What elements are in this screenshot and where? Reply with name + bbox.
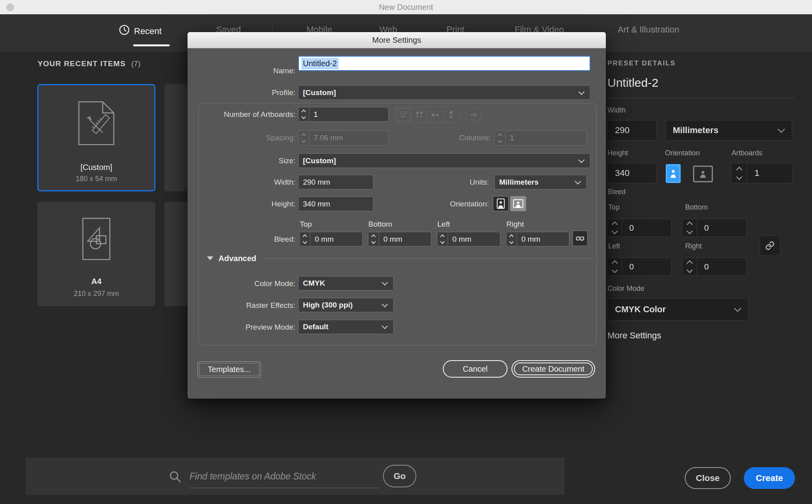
create-document-button[interactable]: Create Document	[511, 360, 595, 378]
stepper-arrows[interactable]	[437, 232, 448, 246]
preset-bleed-right-label: Right	[685, 242, 702, 250]
bleed-top-stepper[interactable]: 0 mm	[299, 232, 363, 246]
go-button[interactable]: Go	[383, 465, 416, 487]
advanced-section-label[interactable]: Advanced	[218, 254, 257, 263]
chevron-down-icon	[578, 89, 585, 95]
preset-bleed-link-button[interactable]	[760, 235, 780, 256]
chevron-down-icon	[734, 305, 741, 312]
width-input[interactable]: 290 mm	[298, 175, 373, 189]
raster-effects-dropdown[interactable]: High (300 ppi)	[298, 298, 394, 312]
portrait-photo-icon	[497, 199, 505, 209]
bleed-link-values-button[interactable]	[573, 231, 588, 246]
preset-bleed-top-stepper[interactable]: 0	[607, 219, 672, 237]
number-of-artboards-stepper[interactable]: 1	[298, 107, 389, 122]
app-window: New Document Recent Saved Mobile Web Pri…	[0, 0, 812, 504]
bleed-bottom-stepper[interactable]: 0 mm	[368, 232, 431, 246]
preset-units-dropdown[interactable]: Millimeters	[665, 120, 792, 141]
preview-mode-dropdown[interactable]: Default	[298, 320, 394, 334]
stepper-arrows[interactable]	[682, 219, 697, 237]
arrange-grid-by-row-icon[interactable]	[396, 107, 412, 122]
recent-card-partial-bottom[interactable]	[164, 202, 188, 306]
chain-link-icon	[765, 241, 775, 250]
preset-artboards-label: Artboards	[732, 149, 762, 157]
chevron-down-icon	[778, 126, 785, 133]
bleed-left-value: 0 mm	[448, 235, 471, 244]
stepper-arrows[interactable]	[682, 258, 697, 275]
create-button[interactable]: Create	[744, 467, 795, 489]
preset-bleed-bottom-stepper[interactable]: 0	[682, 219, 747, 237]
preset-width-label: Width	[607, 106, 626, 115]
preset-orientation-landscape-button[interactable]	[693, 166, 713, 182]
preset-bleed-right-value: 0	[697, 262, 709, 271]
preview-mode-value: Default	[299, 323, 328, 331]
stepper-arrows[interactable]	[607, 258, 622, 275]
orientation-landscape-button[interactable]	[510, 196, 526, 211]
stock-search-input[interactable]: Find templates on Adobe Stock	[190, 471, 316, 482]
bleed-label: Bleed:	[188, 232, 295, 246]
cancel-button[interactable]: Cancel	[443, 360, 508, 378]
more-settings-link[interactable]: More Settings	[607, 330, 661, 341]
preset-height-value: 340	[608, 168, 630, 178]
recent-card-custom[interactable]: [Custom] 180 x 54 mm	[37, 84, 155, 191]
arrange-grid-by-column-icon[interactable]	[412, 107, 427, 122]
more-settings-dialog: More Settings Name: Untitled-2 Profile: …	[188, 32, 606, 399]
preset-bleed-right-stepper[interactable]: 0	[682, 258, 747, 276]
stepper-arrows[interactable]	[607, 219, 622, 237]
landscape-person-icon	[698, 170, 708, 178]
preset-name: Untitled-2	[607, 76, 658, 90]
preset-orientation-portrait-button[interactable]	[666, 164, 681, 183]
chevron-down-icon	[575, 178, 581, 185]
chevron-down-icon	[382, 323, 388, 329]
artboard-arrangement-group	[395, 107, 460, 123]
stepper-arrows[interactable]	[300, 232, 310, 246]
recent-card-title: A4	[37, 277, 155, 286]
color-mode-label: Color Mode:	[188, 276, 295, 291]
arrange-by-column-icon[interactable]	[443, 107, 459, 122]
preset-divider	[607, 98, 795, 98]
preset-width-input[interactable]: 290	[607, 120, 657, 141]
bleed-right-stepper[interactable]: 0 mm	[506, 232, 569, 246]
recent-card-partial-top[interactable]	[164, 84, 188, 191]
tab-art-illustration[interactable]: Art & Illustration	[618, 25, 679, 35]
titlebar: New Document	[0, 0, 812, 15]
preset-color-mode-dropdown[interactable]: CMYK Color	[607, 298, 749, 321]
width-label: Width:	[188, 175, 295, 189]
color-mode-dropdown[interactable]: CMYK	[298, 276, 394, 290]
recent-card-a4[interactable]: A4 210 x 297 mm	[37, 202, 155, 306]
preset-artboards-stepper[interactable]: 1	[731, 163, 793, 183]
stepper-arrows[interactable]	[368, 232, 379, 246]
spacing-value: 7.06 mm	[309, 134, 343, 142]
stepper-arrows[interactable]	[299, 107, 309, 121]
stepper-arrows[interactable]	[731, 163, 747, 183]
recent-items-count: (7)	[131, 59, 140, 68]
number-of-artboards-label: Number of Artboards:	[188, 107, 295, 122]
bleed-left-stepper[interactable]: 0 mm	[437, 232, 500, 246]
preset-bleed-top-value: 0	[622, 223, 634, 233]
bleed-left-header: Left	[437, 220, 450, 229]
profile-dropdown[interactable]: [Custom]	[298, 85, 590, 100]
stepper-arrows[interactable]	[506, 232, 517, 246]
templates-button[interactable]: Templates...	[197, 361, 261, 378]
landscape-photo-icon	[513, 199, 523, 208]
preset-bleed-left-stepper[interactable]: 0	[607, 258, 672, 276]
units-label: Units:	[410, 175, 489, 189]
advanced-collapse-triangle-icon[interactable]	[207, 256, 213, 260]
columns-value: 1	[506, 134, 514, 142]
preview-mode-label: Preview Mode:	[188, 320, 295, 334]
close-button[interactable]: Close	[685, 467, 731, 489]
preset-height-input[interactable]: 340	[607, 163, 657, 183]
preset-width-value: 290	[608, 125, 630, 136]
chevron-down-icon	[382, 279, 388, 286]
arrange-by-row-icon[interactable]	[427, 107, 443, 122]
raster-effects-value: High (300 ppi)	[299, 301, 353, 309]
document-ruler-pencil-icon	[78, 101, 115, 147]
layout-direction-button[interactable]	[466, 107, 481, 122]
orientation-portrait-button[interactable]	[493, 196, 509, 211]
height-input[interactable]: 340 mm	[298, 197, 373, 211]
size-dropdown[interactable]: [Custom]	[298, 153, 590, 168]
recent-card-subtitle: 180 x 54 mm	[38, 175, 154, 183]
tab-recent[interactable]: Recent	[119, 25, 162, 38]
profile-label: Profile:	[188, 85, 295, 100]
name-input[interactable]: Untitled-2	[298, 56, 590, 71]
units-dropdown[interactable]: Millimeters	[494, 175, 587, 189]
